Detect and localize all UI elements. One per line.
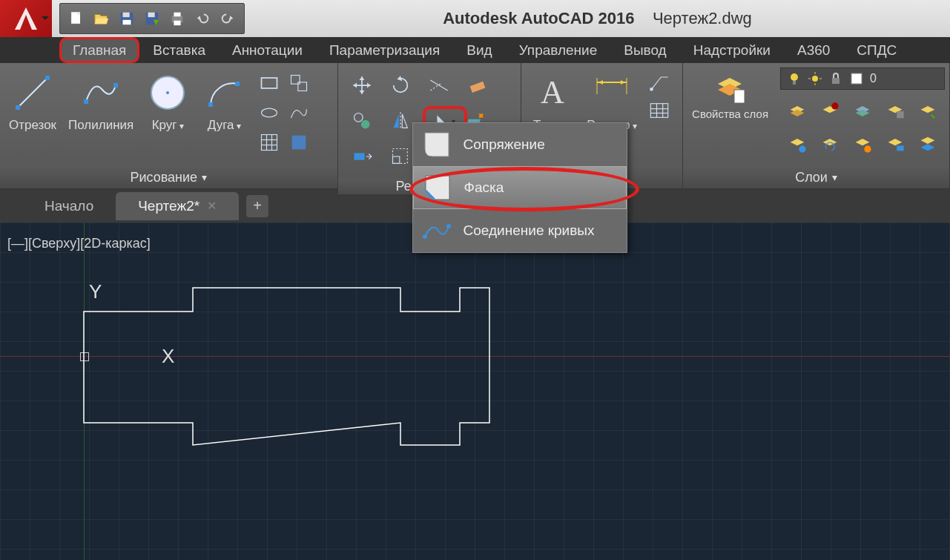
lock-icon [828, 71, 843, 86]
color-swatch-icon [849, 71, 864, 86]
tab-parametric[interactable]: Параметризация [316, 37, 453, 63]
panel-draw: Отрезок Полилиния Круг Дуга [0, 63, 338, 188]
table-icon[interactable] [649, 100, 670, 121]
circle-icon [145, 70, 190, 115]
svg-rect-27 [292, 136, 306, 150]
drawing-geometry [0, 223, 950, 560]
svg-rect-11 [45, 76, 50, 80]
drawing-canvas[interactable]: [—][Сверху][2D-каркас] X Y [0, 223, 950, 560]
svg-point-68 [864, 145, 871, 152]
svg-rect-35 [354, 153, 364, 159]
polyline-button[interactable]: Полилиния [64, 67, 138, 136]
spline-icon[interactable] [286, 100, 311, 125]
svg-rect-16 [208, 102, 213, 107]
menu-chamfer[interactable]: Фаска [413, 166, 627, 209]
svg-rect-36 [392, 157, 399, 163]
redo-icon[interactable] [217, 8, 238, 29]
svg-point-32 [360, 120, 369, 129]
ellipse-icon[interactable] [257, 100, 282, 125]
chamfer-icon [423, 173, 452, 202]
svg-rect-2 [123, 13, 130, 17]
circle-button[interactable]: Круг [141, 67, 194, 136]
polyline-icon [79, 70, 123, 115]
tab-drawing[interactable]: Чертеж2* ✕ [116, 192, 239, 220]
tab-addins[interactable]: Надстройки [680, 37, 784, 63]
close-icon[interactable]: ✕ [207, 199, 217, 213]
fillet-dropdown-menu: Сопряжение Фаска Соединение кривых [412, 122, 627, 253]
new-tab-button[interactable]: + [246, 195, 268, 217]
dimension-icon [590, 70, 634, 115]
open-icon[interactable] [91, 8, 112, 29]
layer-selector[interactable]: 0 [780, 67, 945, 90]
svg-point-56 [791, 73, 798, 81]
rotate-icon[interactable] [384, 70, 417, 100]
arc-icon [202, 70, 246, 115]
erase-icon[interactable] [461, 70, 494, 100]
tab-manage[interactable]: Управление [506, 37, 611, 63]
tab-annotate[interactable]: Аннотации [219, 37, 316, 63]
panel-layers: Свойства слоя 0 [683, 63, 950, 188]
layer-match-icon[interactable] [914, 97, 942, 125]
trim-icon[interactable] [423, 70, 455, 100]
svg-rect-69 [897, 145, 903, 151]
saveas-icon[interactable] [142, 8, 162, 29]
print-icon[interactable] [167, 8, 188, 29]
svg-rect-13 [113, 83, 118, 88]
layer-off-icon[interactable] [816, 97, 844, 125]
svg-rect-30 [469, 82, 485, 93]
tab-a360[interactable]: A360 [784, 37, 843, 63]
svg-rect-12 [84, 99, 88, 104]
new-icon[interactable] [66, 8, 87, 29]
svg-rect-3 [123, 20, 131, 24]
menu-fillet[interactable]: Сопряжение [413, 123, 627, 166]
layer-properties-button[interactable]: Свойства слоя [687, 67, 773, 124]
tab-start[interactable]: Начало [22, 192, 116, 220]
copy-icon[interactable] [346, 106, 378, 136]
svg-point-44 [446, 224, 451, 228]
menu-blend[interactable]: Соединение кривых [413, 209, 627, 252]
ribbon-tabs: Главная Вставка Аннотации Параметризация… [0, 37, 950, 63]
layer-freeze-icon[interactable] [848, 97, 877, 125]
svg-rect-50 [650, 104, 667, 118]
tab-output[interactable]: Вывод [610, 37, 679, 63]
layer-state-icon[interactable] [783, 97, 811, 125]
svg-rect-66 [897, 111, 903, 118]
region-icon[interactable] [286, 130, 311, 155]
text-icon: A [530, 70, 575, 115]
save-icon[interactable] [116, 8, 137, 29]
layer-properties-icon [713, 70, 748, 105]
rectangle2-icon[interactable] [286, 70, 311, 96]
panel-draw-title[interactable]: Рисование [0, 166, 337, 188]
layer-thaw-icon[interactable] [848, 130, 877, 158]
tab-view[interactable]: Вид [453, 37, 505, 63]
layer-prev-icon[interactable] [816, 130, 844, 158]
svg-point-43 [423, 234, 427, 239]
move-icon[interactable] [346, 70, 378, 100]
svg-point-67 [799, 145, 805, 152]
quick-access-toolbar [59, 3, 245, 34]
svg-line-29 [430, 84, 441, 90]
tab-home[interactable]: Главная [59, 37, 139, 63]
layer-merge-icon[interactable] [914, 130, 942, 158]
tab-spds[interactable]: СПДС [843, 37, 910, 63]
line-button[interactable]: Отрезок [4, 67, 61, 136]
layer-lock-icon[interactable] [881, 97, 909, 125]
svg-rect-22 [262, 135, 277, 151]
svg-point-58 [812, 76, 818, 82]
panel-layers-title[interactable]: Слои [683, 166, 949, 188]
lightbulb-icon [787, 71, 802, 86]
tab-insert[interactable]: Вставка [139, 37, 219, 63]
rectangle-icon[interactable] [257, 70, 282, 96]
hatch-icon[interactable] [257, 130, 282, 155]
sun-icon [808, 71, 822, 86]
draw-small-buttons [254, 67, 314, 158]
layer-unlock-icon[interactable] [881, 130, 909, 158]
undo-icon[interactable] [192, 8, 213, 29]
stretch-icon[interactable] [346, 142, 378, 171]
svg-point-21 [262, 108, 277, 117]
svg-rect-55 [734, 90, 745, 103]
arc-button[interactable]: Дуга [197, 67, 251, 136]
leader-icon[interactable] [649, 72, 670, 93]
app-menu-button[interactable] [0, 0, 52, 37]
layer-iso-icon[interactable] [783, 130, 811, 158]
